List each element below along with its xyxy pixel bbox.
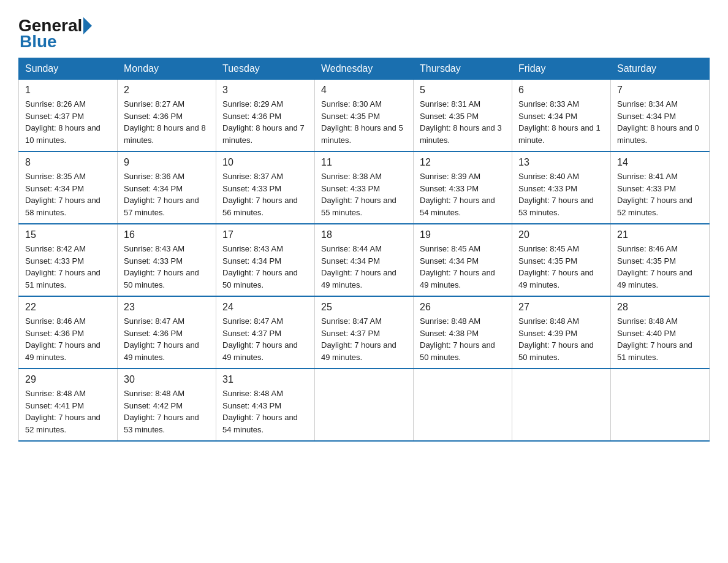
- weekday-header-thursday: Thursday: [414, 58, 512, 80]
- day-number: 23: [124, 302, 210, 313]
- weekday-header-monday: Monday: [118, 58, 216, 80]
- day-info: Sunrise: 8:39 AM Sunset: 4:33 PM Dayligh…: [420, 170, 506, 218]
- calendar-week-row: 29 Sunrise: 8:48 AM Sunset: 4:41 PM Dayl…: [19, 369, 710, 441]
- calendar-cell: 28 Sunrise: 8:48 AM Sunset: 4:40 PM Dayl…: [611, 296, 710, 369]
- calendar-cell: 10 Sunrise: 8:37 AM Sunset: 4:33 PM Dayl…: [216, 151, 315, 224]
- calendar-cell: 26 Sunrise: 8:48 AM Sunset: 4:38 PM Dayl…: [414, 296, 512, 369]
- calendar-cell: 19 Sunrise: 8:45 AM Sunset: 4:34 PM Dayl…: [414, 224, 512, 296]
- logo-arrow-icon: [83, 17, 92, 34]
- calendar-week-row: 22 Sunrise: 8:46 AM Sunset: 4:36 PM Dayl…: [19, 296, 710, 369]
- logo: General Blue: [18, 17, 92, 52]
- day-number: 17: [222, 229, 308, 240]
- day-info: Sunrise: 8:48 AM Sunset: 4:41 PM Dayligh…: [25, 388, 111, 435]
- calendar-cell: 30 Sunrise: 8:48 AM Sunset: 4:42 PM Dayl…: [118, 369, 216, 441]
- day-number: 4: [321, 85, 407, 96]
- calendar-cell: 15 Sunrise: 8:42 AM Sunset: 4:33 PM Dayl…: [19, 224, 118, 296]
- day-number: 11: [321, 157, 407, 168]
- calendar-cell: 1 Sunrise: 8:26 AM Sunset: 4:37 PM Dayli…: [19, 80, 118, 152]
- day-info: Sunrise: 8:48 AM Sunset: 4:43 PM Dayligh…: [222, 388, 308, 435]
- calendar-cell: 5 Sunrise: 8:31 AM Sunset: 4:35 PM Dayli…: [414, 80, 512, 152]
- calendar-cell: 22 Sunrise: 8:46 AM Sunset: 4:36 PM Dayl…: [19, 296, 118, 369]
- day-info: Sunrise: 8:34 AM Sunset: 4:34 PM Dayligh…: [617, 98, 703, 146]
- day-number: 22: [25, 302, 111, 313]
- day-info: Sunrise: 8:48 AM Sunset: 4:40 PM Dayligh…: [617, 315, 703, 363]
- calendar-cell: [414, 369, 512, 441]
- day-info: Sunrise: 8:33 AM Sunset: 4:34 PM Dayligh…: [518, 98, 604, 146]
- day-number: 3: [222, 85, 308, 96]
- calendar-cell: 14 Sunrise: 8:41 AM Sunset: 4:33 PM Dayl…: [611, 151, 710, 224]
- calendar-week-row: 15 Sunrise: 8:42 AM Sunset: 4:33 PM Dayl…: [19, 224, 710, 296]
- calendar-week-row: 1 Sunrise: 8:26 AM Sunset: 4:37 PM Dayli…: [19, 80, 710, 152]
- day-number: 10: [222, 157, 308, 168]
- calendar-week-row: 8 Sunrise: 8:35 AM Sunset: 4:34 PM Dayli…: [19, 151, 710, 224]
- day-info: Sunrise: 8:44 AM Sunset: 4:34 PM Dayligh…: [321, 243, 407, 291]
- day-number: 8: [25, 157, 111, 168]
- day-info: Sunrise: 8:48 AM Sunset: 4:38 PM Dayligh…: [420, 315, 506, 363]
- calendar-header: SundayMondayTuesdayWednesdayThursdayFrid…: [19, 58, 710, 80]
- day-number: 26: [420, 302, 506, 313]
- day-number: 16: [124, 229, 210, 240]
- day-info: Sunrise: 8:43 AM Sunset: 4:34 PM Dayligh…: [222, 243, 308, 291]
- day-info: Sunrise: 8:46 AM Sunset: 4:35 PM Dayligh…: [617, 243, 703, 291]
- calendar-cell: 7 Sunrise: 8:34 AM Sunset: 4:34 PM Dayli…: [611, 80, 710, 152]
- day-number: 7: [617, 85, 703, 96]
- day-info: Sunrise: 8:37 AM Sunset: 4:33 PM Dayligh…: [222, 170, 308, 218]
- day-info: Sunrise: 8:43 AM Sunset: 4:33 PM Dayligh…: [124, 243, 210, 291]
- day-number: 27: [518, 302, 604, 313]
- day-number: 20: [518, 229, 604, 240]
- calendar-cell: 8 Sunrise: 8:35 AM Sunset: 4:34 PM Dayli…: [19, 151, 118, 224]
- day-number: 31: [222, 374, 308, 385]
- day-info: Sunrise: 8:46 AM Sunset: 4:36 PM Dayligh…: [25, 315, 111, 363]
- day-info: Sunrise: 8:26 AM Sunset: 4:37 PM Dayligh…: [25, 98, 111, 146]
- day-number: 14: [617, 157, 703, 168]
- calendar-cell: 24 Sunrise: 8:47 AM Sunset: 4:37 PM Dayl…: [216, 296, 315, 369]
- header: General Blue: [18, 12, 710, 52]
- day-number: 13: [518, 157, 604, 168]
- day-info: Sunrise: 8:45 AM Sunset: 4:34 PM Dayligh…: [420, 243, 506, 291]
- day-number: 21: [617, 229, 703, 240]
- day-info: Sunrise: 8:30 AM Sunset: 4:35 PM Dayligh…: [321, 98, 407, 146]
- day-number: 2: [124, 85, 210, 96]
- day-info: Sunrise: 8:47 AM Sunset: 4:37 PM Dayligh…: [222, 315, 308, 363]
- calendar-cell: 6 Sunrise: 8:33 AM Sunset: 4:34 PM Dayli…: [512, 80, 611, 152]
- calendar-cell: 3 Sunrise: 8:29 AM Sunset: 4:36 PM Dayli…: [216, 80, 315, 152]
- calendar-cell: 31 Sunrise: 8:48 AM Sunset: 4:43 PM Dayl…: [216, 369, 315, 441]
- weekday-header-wednesday: Wednesday: [315, 58, 414, 80]
- day-number: 30: [124, 374, 210, 385]
- calendar-cell: 23 Sunrise: 8:47 AM Sunset: 4:36 PM Dayl…: [118, 296, 216, 369]
- day-number: 5: [420, 85, 506, 96]
- weekday-header-row: SundayMondayTuesdayWednesdayThursdayFrid…: [19, 58, 710, 80]
- day-info: Sunrise: 8:29 AM Sunset: 4:36 PM Dayligh…: [222, 98, 308, 146]
- calendar-cell: 16 Sunrise: 8:43 AM Sunset: 4:33 PM Dayl…: [118, 224, 216, 296]
- calendar-cell: 18 Sunrise: 8:44 AM Sunset: 4:34 PM Dayl…: [315, 224, 414, 296]
- logo-blue-text: Blue: [18, 32, 57, 52]
- calendar-cell: 12 Sunrise: 8:39 AM Sunset: 4:33 PM Dayl…: [414, 151, 512, 224]
- calendar-cell: [315, 369, 414, 441]
- day-number: 24: [222, 302, 308, 313]
- weekday-header-saturday: Saturday: [611, 58, 710, 80]
- day-number: 1: [25, 85, 111, 96]
- day-number: 15: [25, 229, 111, 240]
- weekday-header-tuesday: Tuesday: [216, 58, 315, 80]
- day-info: Sunrise: 8:40 AM Sunset: 4:33 PM Dayligh…: [518, 170, 604, 218]
- day-number: 25: [321, 302, 407, 313]
- day-info: Sunrise: 8:47 AM Sunset: 4:36 PM Dayligh…: [124, 315, 210, 363]
- day-info: Sunrise: 8:35 AM Sunset: 4:34 PM Dayligh…: [25, 170, 111, 218]
- calendar-cell: [512, 369, 611, 441]
- day-number: 18: [321, 229, 407, 240]
- day-number: 12: [420, 157, 506, 168]
- calendar-cell: 17 Sunrise: 8:43 AM Sunset: 4:34 PM Dayl…: [216, 224, 315, 296]
- day-info: Sunrise: 8:38 AM Sunset: 4:33 PM Dayligh…: [321, 170, 407, 218]
- day-number: 19: [420, 229, 506, 240]
- day-number: 6: [518, 85, 604, 96]
- calendar-cell: 20 Sunrise: 8:45 AM Sunset: 4:35 PM Dayl…: [512, 224, 611, 296]
- weekday-header-friday: Friday: [512, 58, 611, 80]
- day-info: Sunrise: 8:48 AM Sunset: 4:39 PM Dayligh…: [518, 315, 604, 363]
- calendar-table: SundayMondayTuesdayWednesdayThursdayFrid…: [18, 58, 710, 442]
- calendar-cell: 11 Sunrise: 8:38 AM Sunset: 4:33 PM Dayl…: [315, 151, 414, 224]
- day-info: Sunrise: 8:31 AM Sunset: 4:35 PM Dayligh…: [420, 98, 506, 146]
- day-info: Sunrise: 8:47 AM Sunset: 4:37 PM Dayligh…: [321, 315, 407, 363]
- day-number: 9: [124, 157, 210, 168]
- day-info: Sunrise: 8:27 AM Sunset: 4:36 PM Dayligh…: [124, 98, 210, 146]
- day-info: Sunrise: 8:42 AM Sunset: 4:33 PM Dayligh…: [25, 243, 111, 291]
